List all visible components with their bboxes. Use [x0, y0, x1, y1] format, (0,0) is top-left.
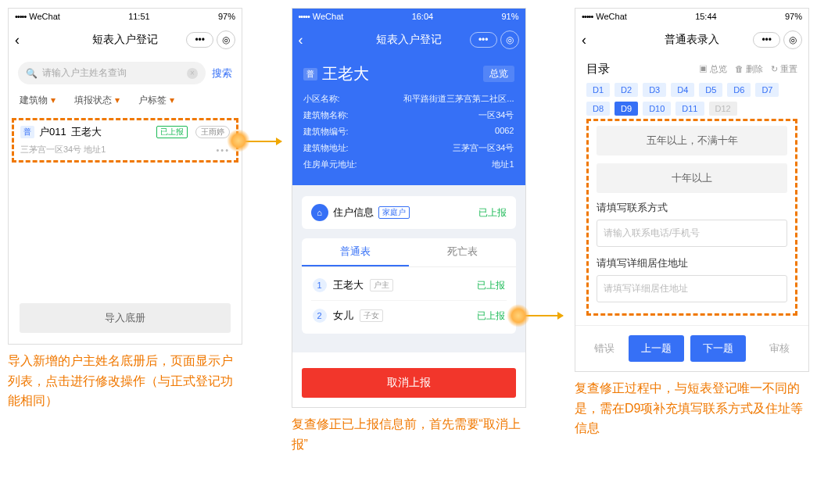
- household-card[interactable]: 普 户011 王老大 已上报 王雨婷 三茅宫一区34号 地址1 •••: [12, 118, 238, 163]
- chip-d1[interactable]: D1: [586, 83, 610, 97]
- home-icon: ⌂: [311, 204, 328, 221]
- status-bar: WeChat 15:44 97%: [575, 9, 808, 24]
- target-button[interactable]: ◎: [217, 30, 235, 49]
- person-status: 已上报: [477, 309, 505, 323]
- phone-3: WeChat 15:44 97% ‹ 普通表录入 ••• ◎ 目录 ▣ 总览 🗑…: [575, 8, 809, 372]
- person-status: 已上报: [477, 279, 505, 292]
- battery: 97%: [785, 12, 802, 21]
- address-text: 三茅宫一区34号 地址1: [20, 144, 106, 155]
- phone-1: WeChat 11:51 97% ‹ 短表入户登记 ••• ◎ 🔍 请输入户主姓…: [8, 8, 242, 345]
- badge-pu: 普: [20, 126, 34, 138]
- carrier: WeChat: [299, 12, 344, 21]
- household-type-badge: 家庭户: [378, 206, 410, 219]
- more-icon[interactable]: •••: [216, 145, 230, 155]
- chip-d4[interactable]: D4: [671, 83, 694, 97]
- chip-d5[interactable]: D5: [699, 83, 722, 97]
- contact-label: 请填写联系方式: [597, 201, 787, 215]
- address-input[interactable]: 请填写详细居住地址: [597, 275, 787, 302]
- status-bar: WeChat 11:51 97%: [9, 9, 242, 24]
- page-title: 普通表录入: [665, 33, 719, 47]
- page-title: 短表入户登记: [92, 33, 158, 47]
- filter-tag[interactable]: 户标签: [138, 94, 174, 107]
- kv-label: 建筑物编号:: [303, 126, 349, 138]
- target-button[interactable]: ◎: [783, 30, 802, 49]
- option-5-10[interactable]: 五年以上，不满十年: [597, 126, 787, 155]
- target-button[interactable]: ◎: [500, 30, 519, 49]
- person-relation: 子女: [360, 309, 383, 322]
- search-button[interactable]: 搜索: [212, 66, 232, 80]
- kv-value: 三茅宫一区34号: [453, 142, 514, 154]
- search-icon: 🔍: [26, 68, 38, 79]
- kv-label: 住房单元地址:: [303, 159, 357, 170]
- overview-action[interactable]: ▣ 总览: [699, 63, 727, 75]
- search-placeholder: 请输入户主姓名查询: [42, 66, 127, 80]
- person-list-card: 普通表 死亡表 1 王老大 户主 已上报 2 女儿 子女 已上报: [302, 238, 516, 334]
- kv-label: 小区名称:: [303, 93, 340, 105]
- caption-2: 复查修正已上报信息前，首先需要“取消上报”: [292, 414, 526, 454]
- chip-d7[interactable]: D7: [755, 83, 779, 97]
- address-label: 请填写详细居住地址: [597, 256, 787, 270]
- carrier: WeChat: [582, 12, 627, 21]
- option-10plus[interactable]: 十年以上: [597, 163, 787, 193]
- navbar: ‹ 普通表录入 ••• ◎: [575, 24, 808, 55]
- arrow-icon: [242, 141, 281, 142]
- menu-button[interactable]: •••: [753, 32, 780, 48]
- import-button[interactable]: 导入底册: [20, 303, 231, 333]
- person-row[interactable]: 2 女儿 子女 已上报: [311, 301, 507, 331]
- back-icon[interactable]: ‹: [582, 32, 586, 48]
- chip-d11[interactable]: D11: [675, 102, 704, 116]
- carrier: WeChat: [15, 12, 60, 21]
- footer-nav: 错误 上一题 下一题 审核: [575, 325, 808, 371]
- prev-button[interactable]: 上一题: [629, 335, 684, 362]
- menu-button[interactable]: •••: [470, 32, 497, 48]
- reset-action[interactable]: ↻ 重置: [771, 63, 797, 75]
- person-num: 1: [313, 278, 327, 292]
- chip-d8[interactable]: D8: [586, 102, 610, 116]
- status-bar: WeChat 16:04 91%: [292, 9, 525, 24]
- caption-1: 导入新增的户主姓名底册后，页面显示户列表，点击进行修改操作（与正式登记功能相同）: [8, 351, 242, 411]
- chip-d6[interactable]: D6: [727, 83, 751, 97]
- chip-d12[interactable]: D12: [709, 102, 737, 116]
- clock: 16:04: [412, 12, 434, 21]
- kv-value: 一区34号: [478, 109, 514, 121]
- clock: 15:44: [695, 12, 717, 21]
- back-icon[interactable]: ‹: [15, 32, 20, 48]
- d9-highlight-box: 五年以上，不满十年 十年以上 请填写联系方式 请输入联系电话/手机号 请填写详细…: [586, 119, 797, 316]
- delete-action[interactable]: 🗑 删除: [735, 63, 763, 75]
- search-input[interactable]: 🔍 请输入户主姓名查询 ×: [18, 62, 206, 84]
- chip-d9[interactable]: D9: [615, 102, 638, 116]
- chip-d10[interactable]: D10: [643, 102, 671, 116]
- household-info-card: ⌂ 住户信息 家庭户 已上报: [302, 196, 516, 229]
- kv-value: 0062: [495, 126, 514, 138]
- tab-death[interactable]: 死亡表: [409, 238, 516, 266]
- badge-pu: 普: [303, 68, 317, 80]
- clear-icon[interactable]: ×: [187, 68, 198, 79]
- householder-name: 王老大: [71, 125, 102, 139]
- filter-status[interactable]: 填报状态: [74, 94, 120, 107]
- question-chips: D1 D2 D3 D4 D5 D6 D7 D8 D9 D10 D11 D12: [586, 83, 797, 116]
- error-button[interactable]: 错误: [586, 337, 622, 360]
- person-name: 女儿: [333, 309, 353, 323]
- household-code: 户011: [39, 125, 66, 139]
- caption-3: 复查修正过程中，与短表登记唯一不同的是，需在D9项补充填写联系方式及住址等信息: [575, 378, 809, 438]
- cancel-report-button[interactable]: 取消上报: [302, 368, 516, 398]
- kv-value: 地址1: [492, 159, 514, 170]
- person-relation: 户主: [370, 279, 393, 291]
- audit-button[interactable]: 审核: [761, 337, 797, 360]
- chip-d3[interactable]: D3: [643, 83, 666, 97]
- contact-input[interactable]: 请输入联系电话/手机号: [597, 220, 787, 247]
- chip-d2[interactable]: D2: [615, 83, 638, 97]
- overview-button[interactable]: 总览: [483, 66, 514, 82]
- arrow-icon: [524, 315, 563, 316]
- battery: 91%: [501, 12, 518, 21]
- status-text: 已上报: [478, 206, 507, 220]
- back-icon[interactable]: ‹: [299, 32, 303, 48]
- page-title: 短表入户登记: [376, 33, 442, 47]
- tab-normal[interactable]: 普通表: [302, 238, 409, 266]
- person-row[interactable]: 1 王老大 户主 已上报: [311, 270, 507, 301]
- householder-name: 王老大: [322, 63, 369, 84]
- next-button[interactable]: 下一题: [690, 335, 746, 362]
- kv-value: 和平路街道三茅宫第二社区...: [403, 93, 514, 105]
- menu-button[interactable]: •••: [186, 32, 213, 48]
- filter-building[interactable]: 建筑物: [20, 94, 56, 107]
